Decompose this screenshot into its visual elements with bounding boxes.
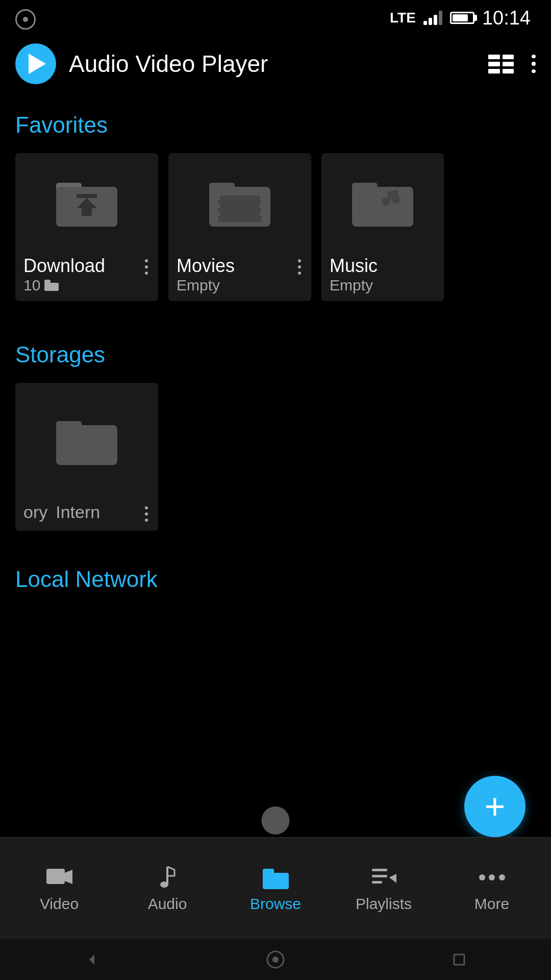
storages-cards: ory Intern xyxy=(15,383,536,531)
svg-rect-29 xyxy=(372,881,382,884)
list-view-button[interactable] xyxy=(488,55,514,74)
app-title: Audio Video Player xyxy=(69,50,475,78)
svg-rect-28 xyxy=(372,875,387,877)
audio-icon xyxy=(154,865,182,890)
svg-rect-5 xyxy=(44,283,59,291)
header-actions xyxy=(488,55,536,74)
svg-rect-10 xyxy=(216,195,220,201)
system-nav-bar xyxy=(0,939,551,980)
nav-item-browse[interactable]: Browse xyxy=(221,857,330,920)
svg-rect-6 xyxy=(44,280,51,284)
svg-point-32 xyxy=(489,874,495,880)
status-bar: LTE 10:14 xyxy=(0,0,551,36)
svg-point-19 xyxy=(392,195,400,204)
svg-point-33 xyxy=(499,874,505,880)
svg-rect-21 xyxy=(56,421,82,431)
local-network-title: Local Network xyxy=(15,567,536,592)
svg-rect-14 xyxy=(260,203,264,208)
storages-section: Storages ory Intern xyxy=(0,322,551,536)
svg-rect-12 xyxy=(216,211,220,216)
svg-rect-25 xyxy=(263,873,289,889)
lte-icon: LTE xyxy=(390,10,416,26)
recents-button[interactable] xyxy=(446,952,472,967)
internal-storage-footer: ory Intern xyxy=(15,495,158,531)
download-card-menu[interactable] xyxy=(143,257,150,277)
movies-card[interactable]: Movies Empty xyxy=(168,153,311,301)
status-icons: LTE 10:14 xyxy=(390,7,531,29)
video-icon xyxy=(45,865,73,890)
add-button[interactable]: + xyxy=(464,776,525,837)
nav-label-browse: Browse xyxy=(250,895,301,913)
svg-point-18 xyxy=(382,198,390,206)
music-card-footer: Music Empty xyxy=(321,248,444,301)
home-button[interactable] xyxy=(263,952,288,967)
music-card[interactable]: Music Empty xyxy=(321,153,444,301)
playlists-icon xyxy=(370,865,398,890)
status-time: 10:14 xyxy=(482,7,531,29)
movies-card-icon xyxy=(168,153,311,248)
battery-icon xyxy=(450,12,474,24)
more-icon xyxy=(478,865,506,890)
more-options-button[interactable] xyxy=(532,55,536,73)
svg-rect-4 xyxy=(77,194,97,198)
download-card-icon xyxy=(15,153,158,248)
svg-rect-17 xyxy=(352,183,378,193)
movies-card-menu[interactable] xyxy=(296,257,303,277)
add-icon: + xyxy=(485,789,506,824)
download-card-name: Download xyxy=(23,255,143,277)
nav-item-playlists[interactable]: Playlists xyxy=(330,857,438,920)
favorites-title: Favorites xyxy=(15,112,536,138)
download-card-footer: Download 10 xyxy=(15,248,158,301)
nav-label-audio: Audio xyxy=(148,895,187,913)
music-card-icon xyxy=(321,153,444,248)
svg-marker-30 xyxy=(389,874,396,883)
scroll-indicator xyxy=(262,806,290,835)
music-card-sub: Empty xyxy=(330,277,436,294)
browse-icon xyxy=(262,865,290,890)
download-card[interactable]: Download 10 xyxy=(15,153,158,301)
internal-storage-icon xyxy=(15,383,158,495)
nav-label-more: More xyxy=(474,895,509,913)
svg-rect-27 xyxy=(372,869,387,871)
svg-rect-13 xyxy=(260,195,264,201)
favorites-section: Favorites Download 10 xyxy=(0,92,551,306)
movies-card-name: Movies xyxy=(177,255,296,277)
svg-rect-37 xyxy=(454,954,464,965)
back-button[interactable] xyxy=(79,952,105,967)
movies-card-sub: Empty xyxy=(177,277,296,294)
svg-rect-9 xyxy=(218,195,262,222)
movies-card-footer: Movies Empty xyxy=(168,248,311,301)
internal-storage-label: ory Intern xyxy=(23,502,143,522)
favorites-cards: Download 10 xyxy=(15,153,536,301)
bottom-navigation: Video Audio Browse xyxy=(0,837,551,939)
svg-rect-22 xyxy=(46,869,65,884)
app-logo xyxy=(15,43,56,84)
nav-label-playlists: Playlists xyxy=(356,895,412,913)
signal-icon xyxy=(423,11,442,25)
app-header: Audio Video Player xyxy=(0,36,551,92)
svg-point-31 xyxy=(479,874,485,880)
storages-title: Storages xyxy=(15,342,536,368)
svg-rect-8 xyxy=(209,183,235,193)
svg-rect-15 xyxy=(260,211,264,216)
svg-rect-26 xyxy=(263,869,274,875)
download-card-sub: 10 xyxy=(23,277,143,294)
play-icon xyxy=(29,54,46,74)
internal-storage-card[interactable]: ory Intern xyxy=(15,383,158,531)
svg-marker-34 xyxy=(89,954,94,965)
nav-item-more[interactable]: More xyxy=(438,857,546,920)
internal-storage-menu[interactable] xyxy=(143,504,150,524)
music-card-name: Music xyxy=(330,255,436,277)
svg-point-36 xyxy=(272,957,279,963)
nav-item-video[interactable]: Video xyxy=(5,857,113,920)
local-network-section: Local Network xyxy=(0,551,551,592)
svg-rect-11 xyxy=(216,203,220,208)
nav-item-audio[interactable]: Audio xyxy=(113,857,221,920)
svg-marker-23 xyxy=(65,870,72,884)
nav-label-video: Video xyxy=(40,895,79,913)
